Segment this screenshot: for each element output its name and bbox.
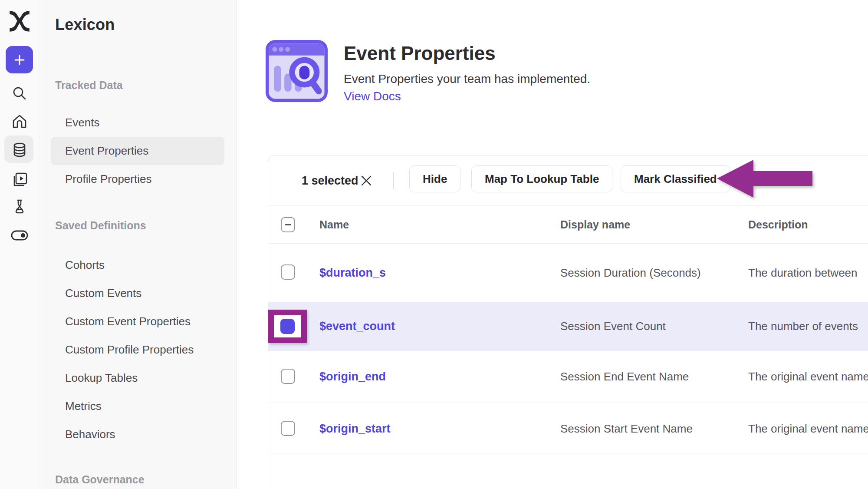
sidebar-item-label: Lookup Tables [65, 371, 138, 384]
sidebar-item-custom-event-properties[interactable]: Custom Event Properties [51, 307, 224, 336]
sidebar-item-custom-events[interactable]: Custom Events [51, 279, 224, 307]
icon-rail [0, 0, 39, 489]
map-to-lookup-table-button[interactable]: Map To Lookup Table [471, 165, 612, 192]
page-subtitle: Event Properties your team has implement… [344, 72, 590, 86]
section-header-tracked-data: Tracked Data [55, 79, 123, 92]
sidebar-item-event-properties[interactable]: Event Properties [51, 137, 224, 165]
create-new-button[interactable] [6, 46, 33, 73]
select-all-checkbox[interactable] [281, 217, 295, 232]
table-row[interactable]: $origin_end Session End Event Name The o… [268, 351, 868, 403]
row-checkbox[interactable] [281, 421, 295, 436]
view-docs-link[interactable]: View Docs [344, 89, 401, 103]
sidebar-item-metrics[interactable]: Metrics [51, 392, 224, 420]
property-display-name: Session Duration (Seconds) [560, 244, 701, 302]
property-name-link[interactable]: $event_count [319, 302, 395, 350]
row-checkbox[interactable] [280, 319, 295, 334]
column-header-display-name[interactable]: Display name [560, 206, 630, 244]
sidebar-item-label: Metrics [65, 400, 102, 413]
sidebar-item-cohorts[interactable]: Cohorts [51, 251, 224, 279]
property-name-link[interactable]: $duration_s [319, 244, 386, 302]
column-header-description[interactable]: Description [748, 206, 808, 244]
flask-experiments-icon[interactable] [0, 198, 39, 215]
column-header-name[interactable]: Name [319, 206, 349, 244]
search-icon[interactable] [0, 85, 39, 102]
mixpanel-logo[interactable] [0, 10, 39, 32]
tracked-data-items: Events Event Properties Profile Properti… [51, 109, 224, 193]
page-title: Event Properties [344, 43, 496, 64]
mark-classified-button[interactable]: Mark Classified [621, 165, 730, 192]
sidebar-item-label: Profile Properties [65, 172, 151, 185]
property-display-name: Session Event Count [560, 302, 666, 350]
property-description: The original event name [748, 403, 868, 455]
indeterminate-dash [285, 224, 291, 225]
saved-definitions-items: Cohorts Custom Events Custom Event Prope… [51, 251, 224, 449]
toggle-flags-icon[interactable] [0, 229, 39, 241]
row-checkbox[interactable] [281, 264, 295, 280]
clear-selection-icon[interactable] [360, 175, 372, 187]
property-description: The duration between [748, 244, 858, 302]
sidebar-item-label: Custom Events [65, 287, 141, 300]
sidebar-item-label: Cohorts [65, 258, 105, 271]
magenta-annotation-box [268, 310, 307, 343]
section-header-saved-definitions: Saved Definitions [55, 219, 146, 232]
annotation-arrow-left [717, 159, 813, 201]
annotation-inner-white [274, 315, 301, 337]
property-display-name: Session Start Event Name [560, 403, 693, 455]
sidebar-item-events[interactable]: Events [51, 109, 224, 137]
sidebar-item-profile-properties[interactable]: Profile Properties [51, 165, 224, 193]
property-description: The number of events [748, 302, 858, 350]
sidebar-item-label: Events [65, 116, 100, 129]
property-name-link[interactable]: $origin_end [319, 351, 386, 403]
sidebar-item-label: Custom Event Properties [65, 315, 191, 328]
hide-button[interactable]: Hide [409, 165, 460, 192]
database-icon[interactable] [0, 142, 39, 159]
home-icon[interactable] [0, 113, 39, 130]
table-row[interactable]: $duration_s Session Duration (Seconds) T… [268, 244, 868, 302]
event-properties-illustration-icon [266, 40, 328, 102]
section-header-data-governance: Data Governance [55, 473, 145, 486]
table-header-row: Name Display name Description [268, 206, 868, 244]
toolbar-divider [393, 172, 394, 189]
sidebar-item-behaviors[interactable]: Behaviors [51, 420, 224, 449]
selected-count-label: 1 selected [302, 155, 358, 206]
property-name-link[interactable]: $origin_start [319, 403, 391, 455]
sidebar-item-label: Behaviors [65, 428, 115, 441]
sidebar-item-label: Event Properties [65, 144, 148, 157]
table-row[interactable]: $event_count Session Event Count The num… [268, 302, 868, 351]
table-body: $duration_s Session Duration (Seconds) T… [268, 244, 868, 455]
sidebar-title: Lexicon [55, 16, 115, 34]
table-row[interactable]: $origin_start Session Start Event Name T… [268, 403, 868, 455]
event-properties-table-card: 1 selected Hide Map To Lookup Table Mark… [268, 155, 868, 489]
sidebar-item-label: Custom Profile Properties [65, 343, 194, 356]
lexicon-sidebar: Lexicon Tracked Data Events Event Proper… [39, 0, 237, 489]
row-checkbox[interactable] [281, 369, 295, 384]
media-boards-icon[interactable] [0, 171, 39, 188]
sidebar-item-lookup-tables[interactable]: Lookup Tables [51, 364, 224, 392]
property-display-name: Session End Event Name [560, 351, 689, 403]
property-description: The original event name [748, 351, 868, 403]
sidebar-item-custom-profile-properties[interactable]: Custom Profile Properties [51, 336, 224, 364]
